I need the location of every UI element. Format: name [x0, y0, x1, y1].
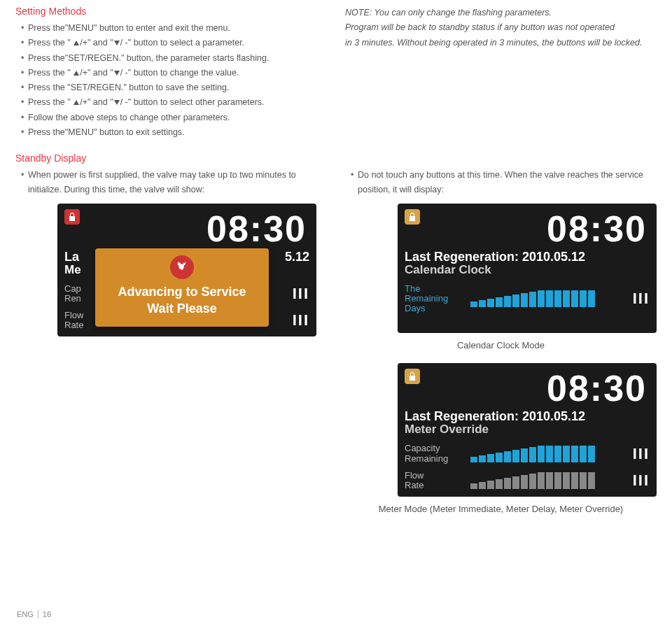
standby-title: Standby Display	[15, 153, 327, 164]
list-item: Press the "SET/REGEN." button to save th…	[21, 80, 327, 95]
list-item: Follow the above steps to change other p…	[21, 111, 327, 125]
down-triangle-icon	[114, 71, 120, 76]
up-triangle-icon	[74, 100, 79, 105]
bar-gauge-icon	[468, 446, 633, 462]
deer-icon	[170, 255, 194, 279]
list-item: Press the " /+" and "/ -" button to chan…	[21, 66, 327, 80]
time-display: 08:30	[405, 208, 647, 250]
meter-caption: Meter Mode (Meter Immediate, Meter Delay…	[345, 504, 657, 514]
note-col: NOTE: You can only change the flashing p…	[345, 6, 657, 140]
page-footer: ENG16	[17, 610, 51, 618]
list-item: Press the"MENU" button to enter and exit…	[21, 21, 327, 36]
standby-left: Standby Display When power is first supp…	[15, 153, 327, 514]
remaining-days-row: TheRemainingDays III	[405, 284, 650, 314]
top-columns: Setting Methods Press the"MENU" button t…	[15, 6, 657, 140]
up-triangle-icon	[74, 41, 79, 45]
last-regen-fragment: La	[64, 250, 79, 264]
lcd-panel-calendar: 08:30 Last Regeneration: 2010.05.12 Cale…	[398, 204, 657, 334]
capacity-label: CapacityRemaining	[405, 444, 468, 464]
lcd-panel-meter: 08:30 Last Regeneration: 2010.05.12 Mete…	[398, 363, 657, 496]
advancing-modal: Advancing to Service Wait Please	[95, 248, 269, 327]
setting-methods-col: Setting Methods Press the"MENU" button t…	[15, 6, 327, 140]
list-item: Press the " /+" and "/ -" button to sele…	[21, 95, 327, 110]
remaining-days-label: TheRemainingDays	[405, 284, 468, 314]
flow-row: FlowRate III	[405, 471, 650, 491]
flow-label: FlowRate	[405, 471, 468, 491]
last-regen-line: Last Regeneration: 2010.05.12	[405, 409, 650, 424]
lcd-panel-advancing: 08:30 La 5.12 Me CapRen III FlowRate III	[57, 204, 316, 336]
note-line: Program will be back to standby status i…	[345, 20, 657, 35]
last-regen-line: Last Regeneration: 2010.05.12	[405, 250, 650, 264]
modal-text: Wait Please	[101, 300, 263, 317]
bar-gauge-icon	[468, 290, 633, 307]
up-triangle-icon	[74, 71, 79, 76]
capacity-row: CapacityRemaining III	[405, 444, 650, 464]
list-item: Press the"MENU" button to exit settings.	[21, 125, 327, 140]
down-triangle-icon	[114, 100, 120, 105]
list-item: Press the"SET/REGEN." button, the parame…	[21, 51, 327, 66]
setting-methods-list: Press the"MENU" button to enter and exit…	[15, 21, 327, 140]
time-display: 08:30	[64, 208, 307, 250]
list-item: Do not touch any buttons at this time. W…	[351, 168, 657, 198]
list-item: Press the " /+" and "/ -" button to sele…	[21, 36, 327, 50]
bar-gauge-icon	[468, 472, 633, 489]
standby-row: Standby Display When power is first supp…	[15, 153, 657, 514]
ticks-icon: III	[633, 471, 650, 490]
footer-page: 16	[43, 610, 51, 618]
list-item: When power is first supplied, the valve …	[21, 168, 327, 198]
time-display: 08:30	[405, 367, 647, 409]
mode-line: Calendar Clock	[405, 263, 650, 277]
standby-right: Do not touch any buttons at this time. W…	[345, 153, 657, 514]
standby-left-list: When power is first supplied, the valve …	[15, 168, 327, 198]
last-regen-fragment: 5.12	[285, 250, 309, 264]
calendar-caption: Calendar Clock Mode	[345, 340, 657, 350]
ticks-icon: III	[633, 445, 650, 463]
modal-text: Advancing to Service	[101, 283, 263, 300]
ticks-icon: III	[633, 290, 650, 308]
ticks-icon: III	[293, 285, 309, 303]
setting-methods-title: Setting Methods	[15, 6, 327, 17]
ticks-icon: III	[293, 311, 309, 329]
footer-lang: ENG	[17, 610, 34, 618]
down-triangle-icon	[114, 41, 120, 45]
standby-right-list: Do not touch any buttons at this time. W…	[345, 168, 657, 198]
note-line: NOTE: You can only change the flashing p…	[345, 6, 657, 20]
note-line: in 3 minutes. Without being operated in …	[345, 36, 657, 50]
mode-line: Meter Override	[405, 423, 650, 437]
